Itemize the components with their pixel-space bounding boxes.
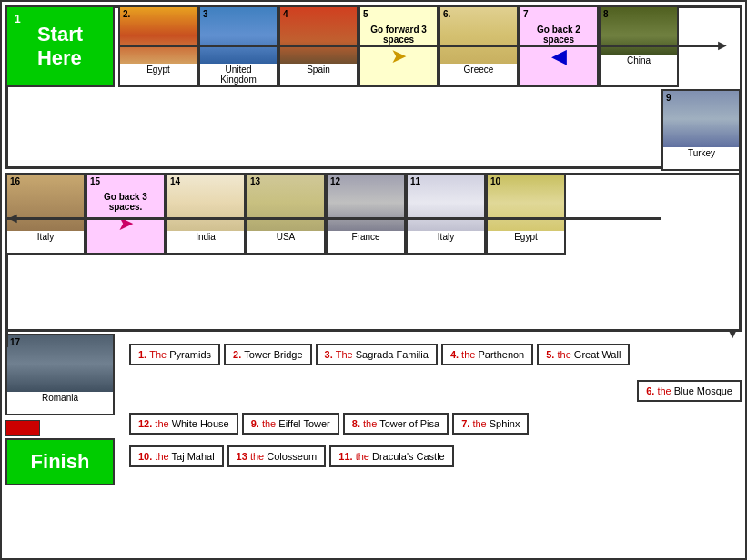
legend-item-11: 11. the Dracula's Castle: [329, 445, 453, 467]
cell-label-egypt1: Egypt: [145, 64, 172, 75]
legend-item-1: 1. The Pyramids: [129, 344, 220, 365]
legend-item-6: 6. the Blue Mosque: [637, 380, 742, 402]
board-cell-15: 15 Go back 3spaces. ➤: [86, 173, 166, 255]
legend-row-2: 6. the Blue Mosque: [637, 380, 742, 402]
start-label: StartHere: [37, 23, 83, 70]
board-cell-11: 11 Italy: [406, 173, 486, 255]
cell-label-turkey: Turkey: [686, 147, 717, 159]
cell-label-greece: Greece: [462, 64, 496, 75]
finish-cell: Finish: [5, 438, 115, 485]
legend-item-8: 8. the Tower of Pisa: [343, 413, 449, 435]
legend-item-2: 2. Tower Bridge: [224, 344, 311, 365]
cell-label-france: France: [349, 231, 381, 243]
cell-label-china: China: [625, 55, 652, 66]
cell-label-uk: UnitedKingdom: [218, 64, 257, 85]
red-square: [5, 420, 40, 436]
cell-label-usa: USA: [275, 231, 298, 243]
board-bottom-row: 16 Italy 15 Go back 3spaces. ➤ 14 India …: [5, 173, 566, 255]
start-num: 1: [15, 13, 21, 25]
board-cell-10: 10 Egypt: [486, 173, 566, 255]
board-cell-12: 12 France: [326, 173, 406, 255]
cell-label-india: India: [194, 231, 217, 243]
legend-item-5: 5. the Great Wall: [537, 344, 630, 365]
legend-row-4: 10. the Taj Mahal 13 the Colosseum 11. t…: [129, 445, 454, 467]
cell-label-spain: Spain: [305, 64, 332, 75]
cell-label-romania: Romania: [40, 392, 80, 404]
legend-item-7: 7. the Sphinx: [452, 413, 529, 435]
legend-item-12: 12. the White House: [129, 413, 238, 435]
legend-item-3: 3. The Sagrada Familia: [316, 344, 438, 365]
start-cell: 1 StartHere: [5, 5, 115, 87]
board-cell-13: 13 USA: [246, 173, 326, 255]
cell-label-italy2: Italy: [436, 231, 456, 243]
board-cell-14: 14 India: [166, 173, 246, 255]
cell-label-italy1: Italy: [35, 231, 56, 243]
legend-row-1: 1. The Pyramids 2. Tower Bridge 3. The S…: [129, 344, 630, 365]
legend-item-13: 13 the Colosseum: [227, 445, 327, 467]
legend-item-4: 4. the Parthenon: [441, 344, 533, 365]
main-container: What would you like visit? I would like …: [0, 0, 747, 560]
legend-item-9: 9. the Eiffel Tower: [242, 413, 339, 435]
cell-label-egypt2: Egypt: [512, 231, 540, 243]
board-cell-17: 17 Romania: [5, 334, 115, 415]
board-cell-9: 9 Turkey: [661, 89, 742, 171]
legend-row-3: 12. the White House 9. the Eiffel Tower …: [129, 413, 529, 435]
finish-label: Finish: [31, 450, 90, 474]
legend-item-10: 10. the Taj Mahal: [129, 445, 224, 467]
